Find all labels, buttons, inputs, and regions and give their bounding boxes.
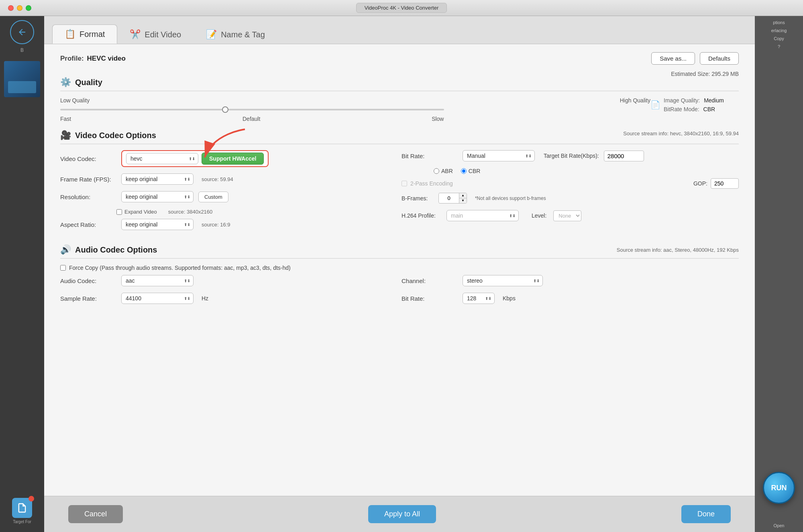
- right-copy-item[interactable]: Copy: [774, 36, 784, 41]
- defaults-button[interactable]: Defaults: [700, 52, 739, 65]
- two-pass-checkbox[interactable]: [402, 181, 407, 186]
- b-frames-stepper[interactable]: ▲ ▼: [438, 193, 467, 204]
- gop-label: GOP:: [693, 180, 707, 187]
- frame-rate-select[interactable]: keep original: [121, 173, 194, 185]
- target-format-icon: [12, 498, 32, 518]
- copy-label: Copy: [774, 36, 784, 41]
- resolution-row: Resolution: keep original Custom: [60, 191, 397, 202]
- run-button[interactable]: RUN: [763, 472, 795, 504]
- bitrate-mode-value: CBR: [703, 106, 715, 112]
- quality-right: 📄 Image Quality: Medium BitRate Mode: CB…: [650, 97, 739, 112]
- b-frames-stepper-btns: ▲ ▼: [459, 193, 467, 203]
- app-title: VideoProc 4K - Video Converter: [356, 3, 447, 13]
- open-label: Open: [774, 523, 785, 528]
- level-label: Level:: [532, 212, 546, 219]
- resolution-label: Resolution:: [60, 194, 116, 200]
- gop-row: GOP:: [693, 178, 739, 189]
- audio-codec-grid: Audio Codec: aac Sample Rate:: [60, 275, 739, 310]
- abr-radio[interactable]: [434, 168, 439, 174]
- aspect-ratio-select-wrapper[interactable]: keep original: [121, 219, 194, 230]
- b-frames-up[interactable]: ▲: [459, 193, 467, 198]
- sample-rate-label: Sample Rate:: [60, 295, 116, 302]
- b-frames-down[interactable]: ▼: [459, 198, 467, 203]
- video-codec-header: 🎥 Video Codec Options Source stream info…: [60, 130, 739, 144]
- force-copy-checkbox[interactable]: [60, 265, 66, 271]
- channel-label: Channel:: [402, 277, 458, 284]
- target-bit-rate-label: Target Bit Rate(Kbps):: [544, 153, 599, 159]
- tab-edit-video[interactable]: ✂️ Edit Video: [117, 25, 194, 44]
- tab-name-tag[interactable]: 📝 Name & Tag: [194, 25, 277, 44]
- h264-profile-label: H.264 Profile:: [402, 212, 442, 219]
- sample-rate-select-wrapper[interactable]: 44100: [121, 293, 194, 304]
- quality-slider-thumb[interactable]: [222, 106, 228, 113]
- h264-profile-row: H.264 Profile: main Level: None: [402, 210, 739, 221]
- estimated-size-label: Estimated Size:: [671, 71, 710, 77]
- bit-rate-select[interactable]: Manual: [463, 150, 535, 161]
- audio-codec-title: Audio Codec Options: [75, 245, 613, 255]
- tab-format[interactable]: 📋 Format: [52, 24, 117, 44]
- image-quality-row: Image Quality: Medium: [664, 97, 724, 104]
- audio-right: Channel: stereo Bit Rate: 12: [402, 275, 739, 310]
- bitrate-mode-label: BitRate Mode:: [664, 106, 699, 112]
- quality-icon: ⚙️: [60, 77, 71, 88]
- target-bit-rate-input[interactable]: [604, 151, 644, 161]
- bit-rate-select-wrapper[interactable]: Manual: [463, 150, 535, 161]
- b-frames-row: B-Frames: ▲ ▼ *Not all devices support b…: [402, 193, 739, 204]
- right-interlacing-item[interactable]: erlacing: [771, 28, 787, 33]
- sample-rate-select[interactable]: 44100: [121, 293, 194, 304]
- abr-radio-item[interactable]: ABR: [434, 168, 453, 174]
- save-as-button[interactable]: Save as...: [651, 52, 695, 65]
- b-frames-input[interactable]: [439, 194, 459, 203]
- expand-video-checkbox[interactable]: [116, 209, 122, 215]
- back-label: B: [20, 47, 24, 53]
- channel-select-wrapper[interactable]: stereo: [463, 275, 543, 286]
- help-label: ?: [778, 44, 780, 49]
- right-open-item[interactable]: Open: [774, 523, 785, 528]
- expand-video-check[interactable]: Expand Video: [116, 209, 157, 215]
- apply-to-all-button[interactable]: Apply to All: [368, 505, 436, 523]
- audio-codec-select-wrapper[interactable]: aac: [121, 275, 194, 286]
- audio-codec-header: 🔊 Audio Codec Options Source stream info…: [60, 245, 739, 259]
- close-button[interactable]: [8, 5, 14, 11]
- profile-row: Profile: HEVC video Save as... Defaults: [60, 52, 739, 65]
- resolution-select-wrapper[interactable]: keep original: [121, 191, 194, 202]
- hwaccel-button[interactable]: Support HWAccel: [202, 153, 264, 165]
- maximize-button[interactable]: [26, 5, 31, 11]
- codec-select-wrapper[interactable]: hevc: [126, 153, 198, 164]
- force-copy-row: Force Copy (Pass through audio streams. …: [60, 265, 739, 271]
- audio-codec-select[interactable]: aac: [121, 275, 194, 286]
- h264-profile-select-wrapper[interactable]: main: [446, 210, 519, 221]
- custom-button[interactable]: Custom: [198, 192, 228, 202]
- audio-source-stream: Source stream info: aac, Stereo, 48000Hz…: [617, 247, 739, 253]
- h264-profile-select[interactable]: main: [446, 210, 519, 221]
- audio-bit-rate-select[interactable]: 128: [463, 293, 495, 304]
- slider-track: [60, 109, 444, 110]
- cbr-radio[interactable]: [461, 168, 467, 174]
- resolution-select[interactable]: keep original: [121, 191, 194, 202]
- cancel-button[interactable]: Cancel: [68, 505, 123, 523]
- frame-rate-select-wrapper[interactable]: keep original: [121, 173, 194, 185]
- main-content: 📋 Format ✂️ Edit Video 📝 Name & Tag Prof…: [44, 16, 755, 532]
- expand-row: Expand Video source: 3840x2160: [116, 209, 397, 215]
- force-copy-label: Force Copy (Pass through audio streams. …: [69, 265, 291, 271]
- channel-select[interactable]: stereo: [463, 275, 543, 286]
- sidebar-target: Target For: [12, 498, 32, 524]
- done-button[interactable]: Done: [681, 505, 731, 523]
- cbr-radio-item[interactable]: CBR: [461, 168, 481, 174]
- back-button[interactable]: [10, 20, 34, 44]
- video-codec-right: Bit Rate: Manual Target Bit Rate(Kbps):: [402, 150, 739, 228]
- quality-title: Quality: [75, 78, 102, 87]
- level-select[interactable]: None: [553, 210, 581, 221]
- aspect-ratio-select[interactable]: keep original: [121, 219, 194, 230]
- interlacing-label: erlacing: [771, 28, 787, 33]
- codec-select[interactable]: hevc: [126, 153, 198, 164]
- estimated-size-value: 295.29 MB: [711, 71, 739, 77]
- audio-bit-rate-select-wrapper[interactable]: 128: [463, 293, 495, 304]
- gop-input[interactable]: [711, 178, 739, 189]
- right-help-item[interactable]: ?: [778, 44, 780, 49]
- quality-header: ⚙️ Quality: [60, 77, 739, 91]
- minimize-button[interactable]: [17, 5, 22, 11]
- right-options-item[interactable]: ptions: [773, 20, 785, 25]
- doc-icon: 📄: [650, 100, 660, 110]
- edit-video-tab-icon: ✂️: [130, 29, 141, 40]
